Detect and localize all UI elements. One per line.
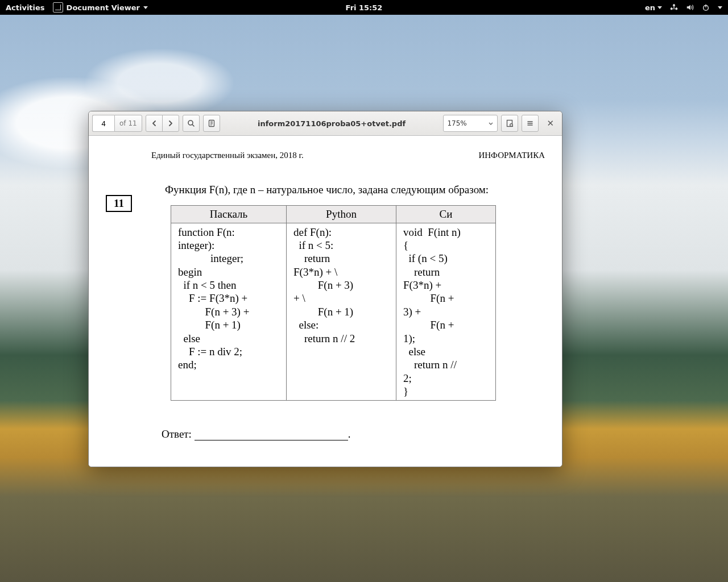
answer-line: Ответ: . <box>162 428 551 440</box>
svg-point-2 <box>676 8 678 10</box>
answer-trail: . <box>348 428 351 440</box>
app-menu-label: Document Viewer <box>67 3 140 12</box>
svg-point-1 <box>671 8 673 10</box>
activities-button[interactable]: Activities <box>6 3 45 12</box>
chevron-down-icon <box>143 6 148 9</box>
code-table: Паскаль Python Си function F(n: integer)… <box>171 205 496 401</box>
hamburger-menu-button[interactable] <box>522 115 539 132</box>
chevron-down-icon <box>718 6 722 9</box>
chevron-down-icon <box>488 120 494 126</box>
page-count-label: of 11 <box>114 115 142 132</box>
gnome-topbar: Activities Document Viewer Fri 15:52 en <box>0 0 728 15</box>
chevron-down-icon <box>657 6 662 9</box>
app-menu[interactable]: Document Viewer <box>53 2 148 13</box>
col-header-c: Си <box>396 205 496 223</box>
code-pascal: function F(n: integer): integer; begin i… <box>171 223 287 401</box>
code-python: def F(n): if n < 5: return F(3*n) + \ F(… <box>287 223 396 401</box>
nav-group <box>146 115 179 132</box>
col-header-python: Python <box>287 205 396 223</box>
question-number-box: 11 <box>106 195 132 212</box>
view-options-button[interactable] <box>501 115 518 132</box>
desktop-wallpaper: of 11 inform20171106proba05+otvet.pdf 17… <box>0 15 728 582</box>
col-header-pascal: Паскаль <box>171 205 287 223</box>
power-icon[interactable] <box>702 3 710 11</box>
clock[interactable]: Fri 15:52 <box>346 3 383 12</box>
document-area[interactable]: Единый государственный экзамен, 2018 г. … <box>89 136 562 467</box>
svg-rect-6 <box>209 120 214 127</box>
network-icon[interactable] <box>670 3 678 11</box>
document-title: inform20171106proba05+otvet.pdf <box>224 119 440 128</box>
svg-rect-4 <box>705 5 706 7</box>
document-viewer-icon <box>53 2 63 13</box>
code-c: void F(int n) { if (n < 5) return F(3*n)… <box>396 223 496 401</box>
answer-label: Ответ: <box>162 428 195 440</box>
svg-point-0 <box>673 4 675 6</box>
next-page-button[interactable] <box>162 115 179 132</box>
answer-blank <box>195 440 348 440</box>
doc-header-right: ИНФОРМАТИКА <box>478 151 545 160</box>
page-selector: of 11 <box>92 115 142 132</box>
search-button[interactable] <box>183 115 200 132</box>
volume-icon[interactable] <box>686 3 694 11</box>
headerbar: of 11 inform20171106proba05+otvet.pdf 17… <box>89 111 562 136</box>
annotations-button[interactable] <box>203 115 220 132</box>
zoom-combobox[interactable]: 175% <box>443 115 498 132</box>
question-text: Функция F(n), где n – натуральное число,… <box>165 183 551 197</box>
zoom-value: 175% <box>447 119 466 127</box>
document-viewer-window: of 11 inform20171106proba05+otvet.pdf 17… <box>88 111 562 467</box>
pdf-page: Единый государственный экзамен, 2018 г. … <box>89 136 562 458</box>
prev-page-button[interactable] <box>146 115 163 132</box>
doc-header-left: Единый государственный экзамен, 2018 г. <box>151 151 304 160</box>
page-number-input[interactable] <box>92 115 114 132</box>
keyboard-layout-indicator[interactable]: en <box>645 3 662 12</box>
window-close-button[interactable]: ✕ <box>542 118 559 128</box>
